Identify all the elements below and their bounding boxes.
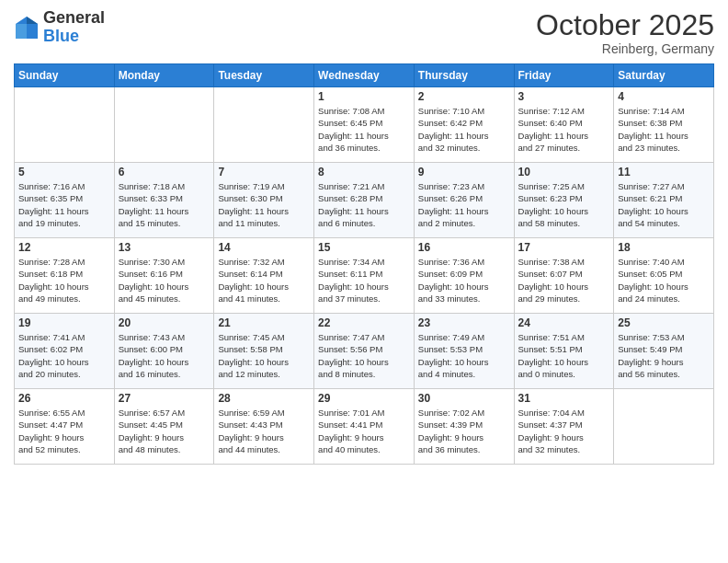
day-number: 20 bbox=[119, 316, 210, 329]
calendar-cell: 22Sunrise: 7:47 AM Sunset: 5:56 PM Dayli… bbox=[314, 314, 415, 389]
calendar-cell bbox=[114, 87, 214, 163]
day-number: 5 bbox=[18, 166, 110, 178]
day-info: Sunrise: 7:23 AM Sunset: 6:26 PM Dayligh… bbox=[418, 180, 510, 229]
day-info: Sunrise: 7:25 AM Sunset: 6:23 PM Dayligh… bbox=[518, 180, 610, 229]
day-number: 3 bbox=[518, 90, 610, 103]
col-header-tuesday: Tuesday bbox=[214, 64, 314, 87]
calendar-cell: 26Sunrise: 6:55 AM Sunset: 4:47 PM Dayli… bbox=[15, 389, 115, 465]
calendar-cell: 23Sunrise: 7:49 AM Sunset: 5:53 PM Dayli… bbox=[414, 314, 514, 389]
calendar-cell: 24Sunrise: 7:51 AM Sunset: 5:51 PM Dayli… bbox=[514, 314, 614, 389]
day-info: Sunrise: 6:57 AM Sunset: 4:45 PM Dayligh… bbox=[119, 407, 210, 455]
logo-icon bbox=[14, 15, 40, 40]
day-info: Sunrise: 7:19 AM Sunset: 6:30 PM Dayligh… bbox=[218, 180, 310, 229]
calendar-table: SundayMondayTuesdayWednesdayThursdayFrid… bbox=[14, 63, 714, 465]
calendar-cell: 6Sunrise: 7:18 AM Sunset: 6:33 PM Daylig… bbox=[114, 163, 214, 238]
col-header-wednesday: Wednesday bbox=[314, 64, 415, 87]
calendar-cell: 9Sunrise: 7:23 AM Sunset: 6:26 PM Daylig… bbox=[414, 163, 514, 238]
col-header-monday: Monday bbox=[114, 64, 214, 87]
day-number: 11 bbox=[618, 166, 710, 178]
calendar-cell: 11Sunrise: 7:27 AM Sunset: 6:21 PM Dayli… bbox=[614, 163, 714, 238]
calendar-cell: 29Sunrise: 7:01 AM Sunset: 4:41 PM Dayli… bbox=[314, 389, 415, 465]
calendar-cell bbox=[15, 87, 115, 163]
calendar-cell: 4Sunrise: 7:14 AM Sunset: 6:38 PM Daylig… bbox=[614, 87, 714, 163]
day-info: Sunrise: 7:12 AM Sunset: 6:40 PM Dayligh… bbox=[518, 105, 610, 154]
day-number: 4 bbox=[618, 90, 710, 103]
day-info: Sunrise: 7:53 AM Sunset: 5:49 PM Dayligh… bbox=[618, 331, 710, 380]
calendar-cell: 30Sunrise: 7:02 AM Sunset: 4:39 PM Dayli… bbox=[414, 389, 514, 465]
day-number: 22 bbox=[318, 316, 410, 329]
calendar-header-row: SundayMondayTuesdayWednesdayThursdayFrid… bbox=[15, 64, 714, 87]
day-info: Sunrise: 7:16 AM Sunset: 6:35 PM Dayligh… bbox=[18, 180, 110, 229]
week-row-5: 26Sunrise: 6:55 AM Sunset: 4:47 PM Dayli… bbox=[15, 389, 714, 465]
day-number: 2 bbox=[418, 90, 510, 103]
svg-rect-2 bbox=[16, 24, 27, 39]
calendar-cell bbox=[614, 389, 714, 465]
day-info: Sunrise: 7:43 AM Sunset: 6:00 PM Dayligh… bbox=[119, 331, 210, 380]
day-info: Sunrise: 7:02 AM Sunset: 4:39 PM Dayligh… bbox=[418, 407, 510, 455]
day-number: 8 bbox=[318, 166, 410, 178]
day-number: 19 bbox=[18, 316, 110, 329]
calendar-cell: 31Sunrise: 7:04 AM Sunset: 4:37 PM Dayli… bbox=[514, 389, 614, 465]
day-number: 12 bbox=[18, 241, 110, 254]
day-number: 31 bbox=[518, 392, 610, 405]
calendar-cell: 28Sunrise: 6:59 AM Sunset: 4:43 PM Dayli… bbox=[214, 389, 314, 465]
day-number: 15 bbox=[318, 241, 410, 254]
page: General Blue October 2025 Reinberg, Germ… bbox=[0, 0, 728, 563]
day-number: 1 bbox=[318, 90, 410, 103]
header: General Blue October 2025 Reinberg, Germ… bbox=[14, 9, 714, 56]
day-number: 14 bbox=[218, 241, 310, 254]
day-number: 29 bbox=[318, 392, 410, 405]
svg-marker-1 bbox=[27, 17, 38, 24]
calendar-cell: 17Sunrise: 7:38 AM Sunset: 6:07 PM Dayli… bbox=[514, 238, 614, 314]
day-info: Sunrise: 7:30 AM Sunset: 6:16 PM Dayligh… bbox=[119, 256, 210, 304]
calendar-cell bbox=[214, 87, 314, 163]
week-row-2: 5Sunrise: 7:16 AM Sunset: 6:35 PM Daylig… bbox=[15, 163, 714, 238]
week-row-4: 19Sunrise: 7:41 AM Sunset: 6:02 PM Dayli… bbox=[15, 314, 714, 389]
calendar-cell: 20Sunrise: 7:43 AM Sunset: 6:00 PM Dayli… bbox=[114, 314, 214, 389]
location-subtitle: Reinberg, Germany bbox=[536, 41, 714, 56]
logo-text: General Blue bbox=[43, 9, 105, 46]
day-info: Sunrise: 6:59 AM Sunset: 4:43 PM Dayligh… bbox=[218, 407, 310, 455]
logo: General Blue bbox=[14, 9, 105, 46]
day-number: 6 bbox=[119, 166, 210, 178]
calendar-cell: 18Sunrise: 7:40 AM Sunset: 6:05 PM Dayli… bbox=[614, 238, 714, 314]
calendar-cell: 3Sunrise: 7:12 AM Sunset: 6:40 PM Daylig… bbox=[514, 87, 614, 163]
day-number: 18 bbox=[618, 241, 710, 254]
day-info: Sunrise: 7:01 AM Sunset: 4:41 PM Dayligh… bbox=[318, 407, 410, 455]
calendar-cell: 27Sunrise: 6:57 AM Sunset: 4:45 PM Dayli… bbox=[114, 389, 214, 465]
day-info: Sunrise: 7:32 AM Sunset: 6:14 PM Dayligh… bbox=[218, 256, 310, 304]
col-header-sunday: Sunday bbox=[15, 64, 115, 87]
day-number: 26 bbox=[18, 392, 110, 405]
calendar-cell: 8Sunrise: 7:21 AM Sunset: 6:28 PM Daylig… bbox=[314, 163, 415, 238]
day-number: 28 bbox=[218, 392, 310, 405]
day-info: Sunrise: 7:38 AM Sunset: 6:07 PM Dayligh… bbox=[518, 256, 610, 304]
calendar-cell: 16Sunrise: 7:36 AM Sunset: 6:09 PM Dayli… bbox=[414, 238, 514, 314]
day-number: 13 bbox=[119, 241, 210, 254]
calendar-cell: 12Sunrise: 7:28 AM Sunset: 6:18 PM Dayli… bbox=[15, 238, 115, 314]
col-header-friday: Friday bbox=[514, 64, 614, 87]
calendar-cell: 5Sunrise: 7:16 AM Sunset: 6:35 PM Daylig… bbox=[15, 163, 115, 238]
day-info: Sunrise: 7:10 AM Sunset: 6:42 PM Dayligh… bbox=[418, 105, 510, 154]
day-info: Sunrise: 7:18 AM Sunset: 6:33 PM Dayligh… bbox=[119, 180, 210, 229]
calendar-cell: 2Sunrise: 7:10 AM Sunset: 6:42 PM Daylig… bbox=[414, 87, 514, 163]
day-info: Sunrise: 7:14 AM Sunset: 6:38 PM Dayligh… bbox=[618, 105, 710, 154]
calendar-cell: 19Sunrise: 7:41 AM Sunset: 6:02 PM Dayli… bbox=[15, 314, 115, 389]
logo-general-text: General bbox=[43, 8, 105, 27]
day-info: Sunrise: 6:55 AM Sunset: 4:47 PM Dayligh… bbox=[18, 407, 110, 455]
title-block: October 2025 Reinberg, Germany bbox=[536, 9, 714, 56]
month-title: October 2025 bbox=[536, 9, 714, 41]
day-info: Sunrise: 7:27 AM Sunset: 6:21 PM Dayligh… bbox=[618, 180, 710, 229]
calendar-cell: 10Sunrise: 7:25 AM Sunset: 6:23 PM Dayli… bbox=[514, 163, 614, 238]
calendar-cell: 25Sunrise: 7:53 AM Sunset: 5:49 PM Dayli… bbox=[614, 314, 714, 389]
day-number: 27 bbox=[119, 392, 210, 405]
day-info: Sunrise: 7:04 AM Sunset: 4:37 PM Dayligh… bbox=[518, 407, 610, 455]
day-number: 10 bbox=[518, 166, 610, 178]
day-number: 9 bbox=[418, 166, 510, 178]
col-header-saturday: Saturday bbox=[614, 64, 714, 87]
col-header-thursday: Thursday bbox=[414, 64, 514, 87]
day-info: Sunrise: 7:45 AM Sunset: 5:58 PM Dayligh… bbox=[218, 331, 310, 380]
day-number: 17 bbox=[518, 241, 610, 254]
day-number: 30 bbox=[418, 392, 510, 405]
day-info: Sunrise: 7:28 AM Sunset: 6:18 PM Dayligh… bbox=[18, 256, 110, 304]
day-number: 25 bbox=[618, 316, 710, 329]
